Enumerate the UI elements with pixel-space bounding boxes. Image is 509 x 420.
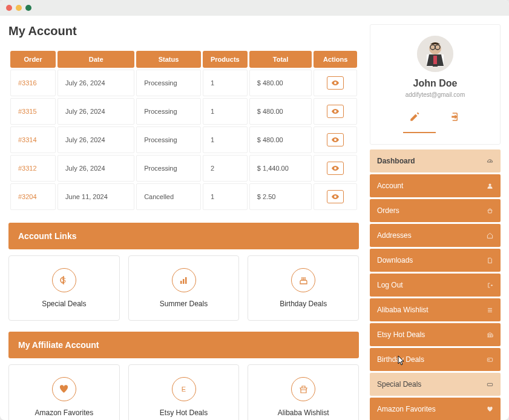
svg-text:$: $: [62, 277, 66, 284]
order-products: 1: [203, 183, 248, 210]
nav-label: Account: [377, 182, 403, 190]
card-alibaba-wishlist[interactable]: Alibaba Wishlist: [248, 364, 359, 420]
nav-label: Alibaba Wishlist: [377, 306, 429, 314]
svg-point-4: [301, 277, 303, 278]
nav-birthday-deals[interactable]: Birthday Deals: [370, 348, 501, 371]
order-date: July 26, 2024: [57, 70, 134, 96]
card-special-deals[interactable]: $Special Deals: [8, 255, 120, 321]
nav-downloads[interactable]: Downloads: [370, 249, 501, 272]
view-order-button[interactable]: [327, 133, 344, 146]
order-status: Processing: [136, 98, 201, 125]
underline: [403, 132, 436, 133]
view-order-button[interactable]: [327, 162, 344, 175]
basket-icon: [487, 208, 493, 214]
nav-label: Log Out: [377, 281, 403, 289]
order-date: June 11, 2024: [57, 183, 134, 210]
minimize-dot[interactable]: [16, 5, 22, 11]
order-actions: [314, 183, 357, 210]
order-status: Processing: [136, 70, 201, 96]
order-date: July 26, 2024: [57, 155, 134, 182]
card-amazon-favorites[interactable]: Amazon Favorites: [8, 364, 120, 420]
gauge-icon: [487, 158, 493, 165]
order-products: 1: [203, 126, 248, 153]
nav-label: Addresses: [377, 231, 412, 240]
nav-label: Special Deals: [377, 380, 421, 389]
col-date: Date: [57, 51, 134, 68]
logout-icon[interactable]: [450, 111, 461, 125]
heart2-icon: [487, 406, 493, 413]
col-order: Order: [10, 51, 56, 68]
order-actions: [314, 98, 357, 125]
profile-name: John Doe: [413, 78, 458, 89]
order-status: Cancelled: [136, 183, 201, 210]
order-total: $ 480.00: [249, 98, 312, 125]
nav-etsy-hot-deals[interactable]: Etsy Hot Deals: [370, 323, 501, 346]
table-row: #3314 July 26, 2024 Processing 1 $ 480.0…: [10, 126, 357, 153]
nav-orders[interactable]: Orders: [370, 199, 501, 222]
dollar-icon: $: [52, 268, 76, 292]
order-actions: [314, 155, 357, 182]
card-summer-deals[interactable]: Summer Deals: [128, 255, 240, 321]
order-date: July 26, 2024: [57, 126, 134, 153]
order-id[interactable]: #3204: [10, 183, 56, 210]
order-id[interactable]: #3316: [10, 70, 56, 96]
table-row: #3312 July 26, 2024 Processing 2 $ 1,440…: [10, 155, 357, 182]
order-id[interactable]: #3314: [10, 126, 56, 153]
card-label: Birthday Deals: [280, 300, 327, 308]
view-order-button[interactable]: [327, 105, 344, 118]
nav-addresses[interactable]: Addresses: [370, 224, 501, 247]
profile-card: John Doe addifytest@gmail.com: [370, 24, 501, 145]
file-icon: [487, 257, 493, 264]
svg-rect-3: [185, 277, 187, 284]
list-icon: [487, 307, 493, 313]
nav-account[interactable]: Account: [370, 174, 501, 197]
col-status: Status: [136, 51, 201, 68]
order-total: $ 1,440.00: [249, 155, 312, 182]
signout-icon: [487, 282, 493, 289]
nav-alibaba-wishlist[interactable]: Alibaba Wishlist: [370, 298, 501, 321]
nav-log-out[interactable]: Log Out: [370, 274, 501, 297]
view-order-button[interactable]: [327, 190, 344, 203]
col-total: Total: [249, 51, 312, 68]
card-label: Summer Deals: [160, 300, 208, 308]
bank-icon: [487, 332, 493, 338]
card-label: Amazon Favorites: [34, 409, 93, 417]
card-label: Special Deals: [42, 300, 86, 308]
card-label: Etsy Hot Deals: [160, 409, 208, 417]
profile-email: addifytest@gmail.com: [406, 91, 465, 98]
edit-profile-icon[interactable]: [409, 111, 420, 125]
id-icon: [487, 356, 493, 363]
nav-label: Dashboard: [377, 157, 415, 165]
nav-label: Downloads: [377, 256, 413, 264]
order-date: July 26, 2024: [57, 98, 134, 125]
close-dot[interactable]: [6, 5, 12, 11]
order-products: 1: [203, 70, 248, 96]
titlebar: [0, 0, 509, 16]
col-actions: Actions: [314, 51, 357, 68]
affiliate-header: My Affiliate Account: [8, 332, 359, 358]
order-products: 1: [203, 98, 248, 125]
view-order-button[interactable]: [327, 76, 344, 90]
nav-special-deals[interactable]: Special Deals: [370, 373, 501, 396]
ticket-icon: [487, 381, 493, 388]
nav-dashboard[interactable]: Dashboard: [370, 149, 501, 172]
table-row: #3315 July 26, 2024 Processing 1 $ 480.0…: [10, 98, 357, 125]
svg-rect-12: [433, 56, 437, 64]
nav-amazon-favorites[interactable]: Amazon Favorites: [370, 398, 501, 420]
order-id[interactable]: #3315: [10, 98, 56, 125]
order-id[interactable]: #3312: [10, 155, 56, 182]
maximize-dot[interactable]: [25, 5, 31, 11]
table-row: #3204 June 11, 2024 Cancelled 1 $ 2.50: [10, 183, 357, 210]
avatar: [417, 36, 453, 72]
order-total: $ 480.00: [249, 70, 312, 96]
card-birthday-deals[interactable]: Birthday Deals: [248, 255, 359, 321]
svg-rect-18: [487, 383, 492, 386]
order-products: 2: [203, 155, 248, 182]
col-products: Products: [203, 51, 248, 68]
table-row: #3316 July 26, 2024 Processing 1 $ 480.0…: [10, 70, 357, 96]
chart-icon: [172, 268, 196, 292]
order-status: Processing: [136, 155, 201, 182]
order-status: Processing: [136, 126, 201, 153]
card-etsy-hot-deals[interactable]: EEtsy Hot Deals: [128, 364, 240, 420]
svg-point-6: [304, 277, 306, 278]
